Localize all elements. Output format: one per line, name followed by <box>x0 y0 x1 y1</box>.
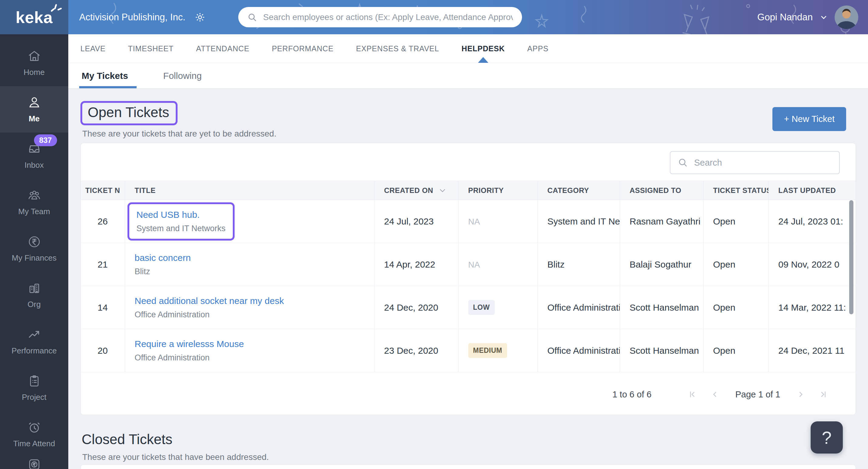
table-row[interactable]: 20 Require a wirelesss Mouse Office Admi… <box>81 329 856 372</box>
ticket-title-link[interactable]: Need USB hub. <box>136 210 226 220</box>
sidebar-item-project[interactable]: Project <box>0 365 68 411</box>
pagination-page: Page 1 of 1 <box>735 389 780 400</box>
ticket-number: 26 <box>81 200 125 243</box>
prev-page-icon[interactable] <box>711 390 719 399</box>
ticket-title-link[interactable]: Need additional socket near my desk <box>135 296 284 306</box>
chevron-down-icon <box>819 13 828 22</box>
person-icon <box>27 96 41 110</box>
company-name: Activision Publishing, Inc. <box>79 12 185 23</box>
ticket-title-category: Office Administration <box>135 353 244 363</box>
ticket-last-updated: 14 Mar, 2022 11: <box>769 286 856 329</box>
ticket-created-on: 14 Apr, 2022 <box>374 243 458 286</box>
topbar-main: Activision Publishing, Inc. Gopi Nandan <box>68 0 868 34</box>
sidebar: Home Me 837 Inbox My Team My Finances Or… <box>0 34 68 469</box>
open-tickets-card: TICKET N TITLE CREATED ON PRIORITY CATEG… <box>81 143 856 415</box>
global-search-input[interactable] <box>263 12 513 22</box>
helpdesk-content: Open Tickets These are your tickets that… <box>68 89 868 469</box>
sidebar-item-time-attend[interactable]: Time Attend <box>0 411 68 458</box>
col-assigned-to: ASSIGNED TO <box>620 181 703 200</box>
open-tickets-subtitle: These are your tickets that are yet to b… <box>82 129 868 138</box>
ticket-number: 20 <box>81 329 125 372</box>
ticket-title-link[interactable]: Require a wirelesss Mouse <box>135 339 244 349</box>
sidebar-item-label: Performance <box>11 346 57 355</box>
ticket-number: 21 <box>81 243 125 286</box>
table-row[interactable]: 21 basic concern Blitz 14 Apr, 2022 NA B… <box>81 243 856 286</box>
sidebar-item-home[interactable]: Home <box>0 40 68 86</box>
tab-timesheet[interactable]: TIMESHEET <box>128 34 174 63</box>
ticket-priority: NA <box>458 200 537 243</box>
tab-apps[interactable]: APPS <box>527 34 549 63</box>
subtab-my-tickets[interactable]: My Tickets <box>81 63 129 88</box>
col-created-on[interactable]: CREATED ON <box>374 181 458 200</box>
keka-logo-text: keka <box>16 8 53 26</box>
table-search-input[interactable] <box>694 158 832 168</box>
pagination-range: 1 to 6 of 6 <box>613 389 652 400</box>
sidebar-item-my-team[interactable]: My Team <box>0 179 68 225</box>
closed-tickets-card <box>81 464 856 469</box>
ticket-priority: NA <box>458 243 537 286</box>
ticket-priority: LOW <box>458 286 537 329</box>
sidebar-item-payroll-partial[interactable] <box>0 458 68 469</box>
search-icon <box>247 12 257 22</box>
ticket-category: Blitz <box>537 243 620 286</box>
closed-tickets-title: Closed Tickets <box>82 431 173 447</box>
tickets-table: TICKET N TITLE CREATED ON PRIORITY CATEG… <box>81 181 856 372</box>
sidebar-item-my-finances[interactable]: My Finances <box>0 225 68 272</box>
col-title: TITLE <box>125 181 374 200</box>
home-icon <box>27 49 41 63</box>
active-tab-caret <box>478 57 488 63</box>
avatar[interactable] <box>835 5 858 29</box>
table-row[interactable]: 14 Need additional socket near my desk O… <box>81 286 856 329</box>
user-menu[interactable]: Gopi Nandan <box>757 5 858 29</box>
tab-performance[interactable]: PERFORMANCE <box>272 34 334 63</box>
priority-na: NA <box>468 260 480 270</box>
inbox-badge: 837 <box>34 134 57 146</box>
tab-expenses-travel[interactable]: EXPENSES & TRAVEL <box>356 34 439 63</box>
clipboard-icon <box>27 374 41 388</box>
table-search[interactable] <box>670 151 840 174</box>
main-area: LEAVE TIMESHEET ATTENDANCE PERFORMANCE E… <box>68 34 868 469</box>
help-button[interactable]: ? <box>811 421 843 454</box>
ticket-number: 14 <box>81 286 125 329</box>
new-ticket-button[interactable]: + New Ticket <box>772 107 846 131</box>
ticket-created-on: 24 Dec, 2020 <box>374 286 458 329</box>
table-row[interactable]: 26 Need USB hub. System and IT Networks … <box>81 200 856 243</box>
sidebar-item-inbox[interactable]: 837 Inbox <box>0 132 68 179</box>
col-category: CATEGORY <box>537 181 620 200</box>
top-bar: keka Activision Publishing, Inc. <box>0 0 868 34</box>
question-mark-icon: ? <box>822 428 832 448</box>
tab-leave[interactable]: LEAVE <box>81 34 105 63</box>
tab-attendance[interactable]: ATTENDANCE <box>196 34 249 63</box>
sidebar-item-label: My Finances <box>12 253 57 263</box>
open-tickets-title: Open Tickets <box>88 104 169 120</box>
table-scrollbar[interactable] <box>849 200 854 314</box>
ticket-assigned-to: Scott Hanselman <box>620 329 703 372</box>
team-icon <box>27 188 41 202</box>
sidebar-item-label: Time Attend <box>13 439 55 448</box>
ticket-assigned-to: Rasnam Gayathri <box>620 200 703 243</box>
sidebar-item-me[interactable]: Me <box>0 86 68 132</box>
keka-logo[interactable]: keka <box>0 0 68 34</box>
trend-icon <box>27 327 41 342</box>
pagination: 1 to 6 of 6 Page 1 of 1 <box>81 374 856 415</box>
ticket-last-updated: 24 Jul, 2023 01: <box>769 200 856 243</box>
global-search[interactable] <box>238 7 522 27</box>
next-page-icon[interactable] <box>797 390 805 399</box>
ticket-category: System and IT Net <box>537 200 620 243</box>
tab-helpdesk[interactable]: HELPDESK <box>462 34 505 63</box>
user-name: Gopi Nandan <box>757 12 813 23</box>
sidebar-item-org[interactable]: Org <box>0 272 68 318</box>
gear-icon[interactable] <box>194 12 206 23</box>
building-icon <box>27 281 41 295</box>
first-page-icon[interactable] <box>688 390 696 399</box>
ticket-created-on: 24 Jul, 2023 <box>374 200 458 243</box>
ticket-status: Open <box>703 329 769 372</box>
subtab-following[interactable]: Following <box>162 63 203 88</box>
last-page-icon[interactable] <box>819 390 828 399</box>
ticket-category: Office Administrati <box>537 286 620 329</box>
col-ticket-no: TICKET N <box>81 181 125 200</box>
ticket-title-link[interactable]: basic concern <box>135 253 191 263</box>
sidebar-item-label: Home <box>24 68 44 77</box>
col-last-updated: LAST UPDATED <box>769 181 856 200</box>
sidebar-item-performance[interactable]: Performance <box>0 318 68 365</box>
